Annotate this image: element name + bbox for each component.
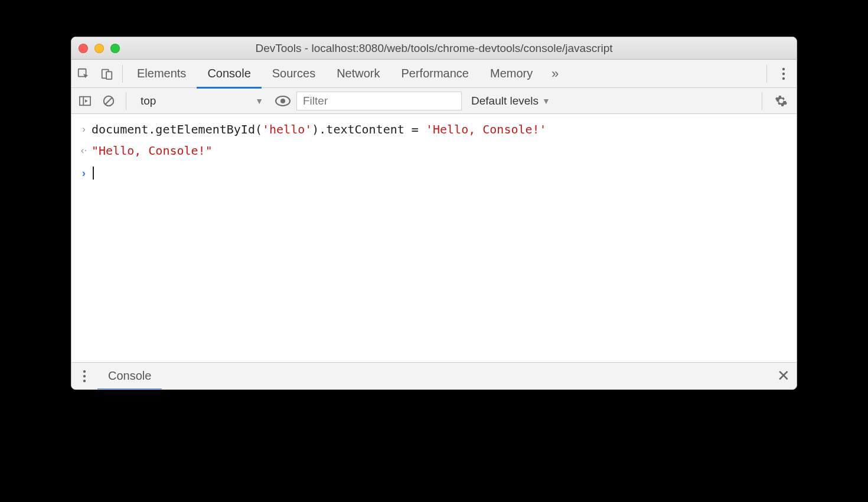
drawer-menu-button[interactable]: [71, 370, 97, 383]
tabs-overflow-button[interactable]: »: [543, 66, 567, 82]
console-toolbar: top ▼ Default levels ▼: [71, 88, 797, 114]
close-window-button[interactable]: [79, 44, 88, 53]
chevron-double-right-icon: »: [552, 66, 559, 82]
levels-label: Default levels: [471, 94, 539, 107]
tab-label: Memory: [490, 67, 533, 80]
console-line-content: [92, 161, 94, 182]
minimize-window-button[interactable]: [94, 44, 104, 53]
settings-menu-button[interactable]: [771, 60, 797, 88]
console-row-result: ‹·"Hello, Console!": [71, 140, 797, 161]
divider: [762, 92, 762, 110]
console-row-input: ›document.getElementById('hello').textCo…: [71, 119, 797, 140]
main-tabstrip: ElementsConsoleSourcesNetworkPerformance…: [71, 60, 797, 88]
result-arrow-icon: ‹·: [76, 140, 92, 160]
prompt-arrow-icon: ›: [76, 119, 92, 139]
tab-memory[interactable]: Memory: [479, 60, 543, 88]
tab-label: Sources: [272, 67, 315, 80]
svg-line-9: [106, 97, 112, 104]
devtools-window: DevTools - localhost:8080/web/tools/chro…: [71, 37, 797, 390]
zoom-window-button[interactable]: [110, 44, 120, 53]
context-value: top: [141, 94, 156, 107]
toggle-sidebar-icon[interactable]: [75, 91, 95, 111]
inspect-element-icon[interactable]: [71, 60, 95, 88]
text-cursor: [93, 167, 94, 180]
close-drawer-button[interactable]: ✕: [771, 367, 797, 385]
window-title: DevTools - localhost:8080/web/tools/chro…: [71, 42, 797, 55]
chevron-down-icon: ▼: [255, 96, 263, 106]
titlebar: DevTools - localhost:8080/web/tools/chro…: [71, 37, 797, 60]
drawer: Console ✕: [71, 362, 797, 389]
tab-sources[interactable]: Sources: [262, 60, 326, 88]
tab-label: Network: [337, 67, 380, 80]
close-icon: ✕: [777, 367, 790, 385]
console-output[interactable]: ›document.getElementById('hello').textCo…: [71, 114, 797, 362]
prompt-arrow-icon: ›: [76, 161, 92, 183]
divider: [126, 92, 126, 110]
live-expression-icon[interactable]: [273, 91, 293, 111]
tab-console[interactable]: Console: [197, 60, 261, 88]
drawer-tab-label: Console: [108, 369, 151, 383]
console-row-prompt: ›: [71, 161, 797, 183]
console-settings-icon[interactable]: [769, 89, 793, 113]
tab-elements[interactable]: Elements: [126, 60, 197, 88]
divider: [766, 65, 767, 83]
tab-network[interactable]: Network: [326, 60, 390, 88]
svg-point-14: [83, 379, 86, 382]
svg-point-5: [782, 77, 785, 79]
svg-point-12: [83, 370, 86, 372]
tab-label: Elements: [137, 67, 186, 80]
context-selector[interactable]: top ▼: [133, 91, 269, 111]
device-toolbar-icon[interactable]: [95, 60, 119, 88]
svg-point-13: [83, 374, 86, 377]
tab-label: Console: [207, 67, 250, 80]
filter-input[interactable]: [296, 92, 462, 110]
console-line-content: "Hello, Console!": [92, 140, 213, 161]
log-levels-selector[interactable]: Default levels ▼: [465, 94, 556, 107]
svg-point-4: [782, 72, 785, 74]
tab-label: Performance: [402, 67, 469, 80]
tab-performance[interactable]: Performance: [391, 60, 480, 88]
clear-console-icon[interactable]: [99, 91, 119, 111]
svg-rect-2: [106, 71, 112, 79]
traffic-lights: [79, 44, 120, 53]
chevron-down-icon: ▼: [542, 96, 550, 106]
svg-point-11: [280, 99, 285, 103]
svg-point-3: [782, 67, 785, 70]
console-line-content: document.getElementById('hello').textCon…: [92, 119, 547, 140]
drawer-tab-console[interactable]: Console: [97, 363, 162, 390]
divider: [122, 65, 123, 83]
